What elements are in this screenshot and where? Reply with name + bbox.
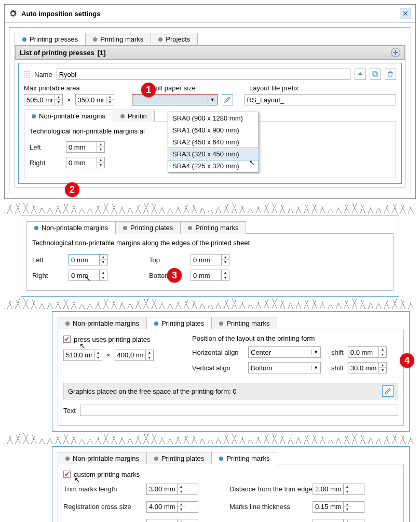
spin-up[interactable]: ▲ <box>106 95 114 100</box>
right-input[interactable]: ▲▼ <box>69 270 107 281</box>
tab-printing-presses[interactable]: Printing presses <box>15 33 86 45</box>
list-header-label: List of printing presses <box>20 49 94 57</box>
text-input[interactable] <box>80 405 398 416</box>
paper-option[interactable]: SRA4 (225 x 320 mm) <box>168 160 259 172</box>
section-marks: Non-printable margins Printing plates Pr… <box>52 446 410 522</box>
tab-printing-marks[interactable]: Printing marks <box>211 317 277 329</box>
tab-printing-plates[interactable]: Printing plates <box>146 317 212 329</box>
tab-label: Printing marks <box>100 35 143 43</box>
edit-graphics-button[interactable] <box>382 385 394 397</box>
checkbox-label: custom printing marks <box>74 471 140 478</box>
dot-icon <box>32 114 36 118</box>
marks-grid: Trim marks length ▲▼ Distance from the t… <box>63 484 398 523</box>
torn-edge <box>4 433 416 444</box>
paper-option[interactable]: SRA1 (640 x 900 mm) <box>168 124 259 136</box>
checkbox-icon: ✔ <box>63 471 71 478</box>
tab-printing-plates[interactable]: Printing plates <box>115 221 181 234</box>
callout-3: 3 <box>167 268 182 283</box>
edit-paper-button[interactable] <box>222 94 233 105</box>
list-header: List of printing presses [1] <box>15 45 405 60</box>
thick-input[interactable]: ▲▼ <box>313 501 364 513</box>
drag-handle-icon[interactable] <box>24 71 30 78</box>
gear-icon <box>9 9 17 18</box>
uses-plates-checkbox[interactable]: ✔ press uses printing plates <box>63 336 150 343</box>
plate-width-input[interactable]: ▲▼ <box>63 350 102 361</box>
callout-2: 2 <box>65 182 79 197</box>
tab-printing-plates-truncated[interactable]: Printin <box>113 110 155 122</box>
left-label: Left <box>30 143 56 151</box>
section-plates: Non-printable margins Printing plates Pr… <box>52 311 410 432</box>
chevron-down-icon[interactable]: ▼ <box>311 350 320 355</box>
custom-marks-checkbox[interactable]: ✔ custom printing marks <box>63 471 140 478</box>
dot-icon <box>158 37 162 42</box>
scale-input[interactable]: ▲▼ <box>146 519 198 523</box>
indesign-input[interactable]: ▲▼ <box>313 519 364 523</box>
reg-input[interactable]: ▲▼ <box>146 501 198 513</box>
paper-option[interactable]: SRA2 (450 x 640 mm) <box>168 136 259 148</box>
inner-tabs-4: Non-printable margins Printing plates Pr… <box>58 452 404 464</box>
bottom-input[interactable]: ▲▼ <box>191 270 229 281</box>
layout-prefix-input[interactable] <box>245 94 396 105</box>
left-input[interactable]: ▲▼ <box>66 141 105 153</box>
reg-label: Registration cross size <box>63 503 146 511</box>
tab-label: Projects <box>166 35 190 43</box>
halign-select[interactable]: Center▼ <box>248 346 321 358</box>
spin-down[interactable]: ▼ <box>55 100 62 105</box>
hshift-input[interactable]: ▲▼ <box>348 346 387 358</box>
tab-nonprintable-margins[interactable]: Non-printable margins <box>58 317 147 329</box>
trim-len-input[interactable]: ▲▼ <box>146 484 198 495</box>
torn-edge <box>4 202 416 213</box>
max-width-input[interactable]: ▲▼ <box>24 94 63 105</box>
dist-input[interactable]: ▲▼ <box>313 484 364 495</box>
tab-projects[interactable]: Projects <box>151 33 198 45</box>
checkbox-icon: ✔ <box>63 336 71 343</box>
dot-icon <box>93 37 97 42</box>
tab-nonprintable-margins[interactable]: Non-printable margins <box>26 221 116 234</box>
spin-up[interactable]: ▲ <box>55 95 62 100</box>
max-height-input[interactable]: ▲▼ <box>75 94 114 105</box>
vshift-input[interactable]: ▲▼ <box>348 362 387 373</box>
move-up-button[interactable] <box>355 69 366 80</box>
duplicate-button[interactable] <box>370 69 381 80</box>
tab-label: Non-printable margins <box>73 319 139 327</box>
right-label: Right <box>32 272 58 279</box>
tab-printing-marks[interactable]: Printing marks <box>211 452 277 464</box>
paper-option[interactable]: SRA0 (900 x 1280 mm) <box>168 112 259 124</box>
spin-down[interactable]: ▼ <box>106 100 114 105</box>
main-tabs: Printing presses Printing marks Projects <box>15 33 405 45</box>
valign-label: Vertical align <box>192 364 244 372</box>
checkbox-label: press uses printing plates <box>74 336 150 343</box>
tab-label: Printing marks <box>226 319 269 327</box>
svg-rect-1 <box>373 72 376 75</box>
marks-body: ✔ custom printing marks ↖ Trim marks len… <box>58 464 404 522</box>
tab-label: Printing marks <box>195 224 238 232</box>
tab-nonprintable-margins[interactable]: Non-printable margins <box>58 452 147 464</box>
tab-label: Printing presses <box>30 35 78 43</box>
graphics-label: Graphics placed on the free space of the… <box>68 387 236 395</box>
chevron-down-icon[interactable]: ▼ <box>311 365 320 370</box>
values-row: ▲▼ × ▲▼ ▼ <box>24 94 396 105</box>
paper-option-selected[interactable]: SRA3 (320 x 450 mm) <box>168 148 259 160</box>
plates-body: ✔ press uses printing plates ↖ ▲▼ × ▲▼ P… <box>58 329 404 426</box>
add-press-button[interactable] <box>391 48 400 57</box>
dist-label: Distance from the trim edge <box>229 485 313 493</box>
close-button[interactable]: ✕ <box>400 8 411 19</box>
right-input[interactable]: ▲▼ <box>66 157 105 168</box>
paper-size-dropdown[interactable]: SRA0 (900 x 1280 mm) SRA1 (640 x 900 mm)… <box>168 112 259 172</box>
tab-printing-marks[interactable]: Printing marks <box>85 33 151 45</box>
plate-height-input[interactable]: ▲▼ <box>115 350 154 361</box>
svg-rect-0 <box>374 73 377 76</box>
left-input[interactable]: ▲▼ <box>69 254 107 265</box>
margins-body: Technological non-printable margins alon… <box>26 233 394 291</box>
top-input[interactable]: ▲▼ <box>191 254 229 265</box>
list-header-count: [1] <box>98 49 106 57</box>
tab-label: Printing plates <box>161 319 204 327</box>
name-input[interactable] <box>57 69 350 80</box>
chevron-down-icon[interactable]: ▼ <box>208 95 217 105</box>
delete-button[interactable] <box>385 69 396 80</box>
tab-nonprintable-margins[interactable]: Non-printable margins <box>24 110 113 122</box>
tab-printing-plates[interactable]: Printing plates <box>146 452 212 464</box>
valign-select[interactable]: Bottom▼ <box>248 362 321 373</box>
dot-icon <box>120 114 125 118</box>
tab-printing-marks[interactable]: Printing marks <box>180 221 246 234</box>
